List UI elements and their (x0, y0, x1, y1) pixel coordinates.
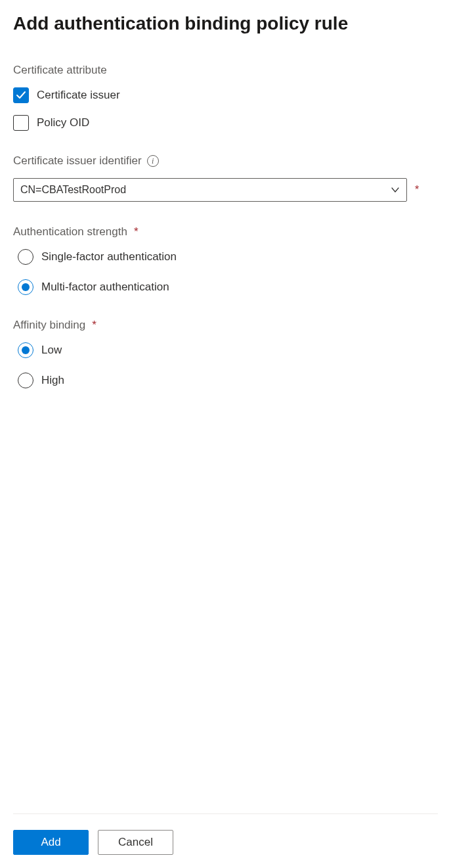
affinity-binding-label-text: Affinity binding (13, 319, 85, 332)
radio-label-high: High (41, 374, 64, 387)
checkbox-policy-oid[interactable] (13, 115, 29, 131)
required-mark-affinity: * (92, 319, 97, 332)
radio-label-multi-factor: Multi-factor authentication (41, 281, 169, 294)
footer-divider (13, 813, 438, 814)
footer: Add Cancel (13, 813, 438, 855)
issuer-identifier-label-text: Certificate issuer identifier (13, 154, 142, 168)
auth-strength-group: Authentication strength* Single-factor a… (13, 225, 438, 295)
radio-high[interactable] (18, 373, 33, 388)
checkbox-row-policy-oid[interactable]: Policy OID (13, 115, 438, 131)
info-icon[interactable]: i (147, 155, 159, 167)
auth-strength-label: Authentication strength* (13, 225, 438, 239)
button-row: Add Cancel (13, 830, 438, 855)
radio-single-factor[interactable] (18, 249, 33, 265)
affinity-binding-group: Affinity binding* Low High (13, 319, 438, 388)
certificate-attribute-label: Certificate attribute (13, 64, 438, 77)
radio-multi-factor[interactable] (18, 279, 33, 295)
radio-row-multi-factor[interactable]: Multi-factor authentication (13, 279, 438, 295)
checkbox-label-policy-oid: Policy OID (37, 116, 89, 129)
required-mark-issuer: * (415, 184, 419, 196)
issuer-identifier-label: Certificate issuer identifier i (13, 154, 438, 168)
add-button[interactable]: Add (13, 830, 89, 855)
page-title: Add authentication binding policy rule (13, 13, 438, 34)
affinity-binding-label: Affinity binding* (13, 319, 438, 332)
checkmark-icon (16, 90, 26, 101)
radio-label-low: Low (41, 344, 62, 357)
issuer-identifier-dropdown[interactable]: CN=CBATestRootProd (13, 178, 407, 202)
issuer-identifier-value: CN=CBATestRootProd (20, 184, 126, 196)
radio-low[interactable] (18, 342, 33, 358)
radio-row-low[interactable]: Low (13, 342, 438, 358)
radio-dot-icon (22, 346, 30, 354)
checkbox-label-certificate-issuer: Certificate issuer (37, 89, 120, 102)
chevron-down-icon (391, 185, 400, 194)
checkbox-row-certificate-issuer[interactable]: Certificate issuer (13, 87, 438, 103)
required-mark-auth: * (134, 225, 139, 239)
cancel-button[interactable]: Cancel (98, 830, 173, 855)
radio-dot-icon (22, 283, 30, 291)
certificate-attribute-group: Certificate attribute Certificate issuer… (13, 64, 438, 131)
issuer-dropdown-wrapper: CN=CBATestRootProd * (13, 178, 438, 202)
radio-label-single-factor: Single-factor authentication (41, 250, 177, 263)
radio-row-high[interactable]: High (13, 373, 438, 388)
auth-strength-label-text: Authentication strength (13, 225, 127, 239)
issuer-identifier-group: Certificate issuer identifier i CN=CBATe… (13, 154, 438, 202)
radio-row-single-factor[interactable]: Single-factor authentication (13, 249, 438, 265)
checkbox-certificate-issuer[interactable] (13, 87, 29, 103)
